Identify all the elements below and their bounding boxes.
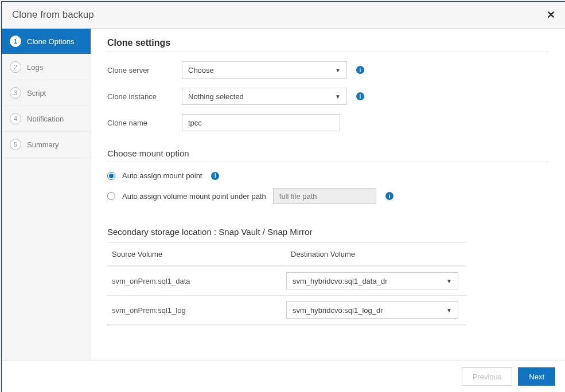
secondary-storage-title: Secondary storage location : Snap Vault … <box>107 227 548 237</box>
step-num: 5 <box>10 139 21 150</box>
step-label: Logs <box>27 63 43 72</box>
step-notification[interactable]: 4 Notification <box>2 106 91 132</box>
col-destination-volume: Destination Volume <box>286 243 466 265</box>
caret-down-icon: ▼ <box>335 93 341 100</box>
clone-server-dropdown[interactable]: Choose ▼ <box>182 61 347 79</box>
col-source-volume: Source Volume <box>107 243 286 265</box>
info-icon[interactable]: i <box>211 172 219 180</box>
radio-mount-under-path-label: Auto assign volume mount point under pat… <box>122 192 266 201</box>
step-logs[interactable]: 2 Logs <box>2 54 91 80</box>
clone-instance-label: Clone instance <box>107 92 182 101</box>
modal-footer: Previous Next <box>2 360 565 392</box>
info-icon[interactable]: i <box>385 192 393 200</box>
info-icon[interactable]: i <box>356 66 364 74</box>
step-label: Notification <box>27 115 64 123</box>
previous-button[interactable]: Previous <box>462 367 513 386</box>
mount-option-title: Choose mount option <box>107 148 548 158</box>
step-num: 4 <box>10 113 21 124</box>
source-volume-cell: svm_onPrem:sql1_log <box>107 306 286 315</box>
clone-name-label: Clone name <box>107 119 182 127</box>
table-header-row: Source Volume Destination Volume <box>107 242 466 266</box>
radio-auto-mount-label: Auto assign mount point <box>122 171 202 180</box>
clone-modal: Clone from backup ✕ 1 Clone Options 2 Lo… <box>1 1 565 392</box>
mount-path-row: Auto assign volume mount point under pat… <box>107 188 548 204</box>
table-row: svm_onPrem:sql1_log svm_hybridcvo:sql1_l… <box>107 295 466 324</box>
step-clone-options[interactable]: 1 Clone Options <box>2 29 91 54</box>
caret-down-icon: ▼ <box>446 307 452 313</box>
caret-down-icon: ▼ <box>446 278 452 284</box>
dropdown-value: Nothing selected <box>188 92 244 101</box>
dropdown-value: Choose <box>188 66 214 75</box>
destination-volume-dropdown[interactable]: svm_hybridcvo:sql1_log_dr ▼ <box>286 301 458 319</box>
mount-auto-row: Auto assign mount point i <box>107 171 548 180</box>
step-num: 1 <box>10 36 21 47</box>
close-icon[interactable]: ✕ <box>547 9 555 21</box>
next-button[interactable]: Next <box>518 367 555 386</box>
clone-instance-row: Clone instance Nothing selected ▼ i <box>107 88 548 105</box>
dropdown-value: svm_hybridcvo:sql1_data_dr <box>293 277 387 285</box>
content-pane: Clone settings Clone server Choose ▼ i C… <box>91 29 565 360</box>
step-num: 2 <box>10 61 21 73</box>
clone-settings-title: Clone settings <box>107 38 548 48</box>
storage-table: Source Volume Destination Volume svm_onP… <box>107 242 466 326</box>
clone-name-input[interactable] <box>182 114 340 131</box>
dropdown-value: svm_hybridcvo:sql1_log_dr <box>293 306 383 315</box>
clone-name-row: Clone name <box>107 114 548 131</box>
radio-mount-under-path[interactable] <box>107 192 115 200</box>
divider <box>107 162 548 162</box>
destination-volume-dropdown[interactable]: svm_hybridcvo:sql1_data_dr ▼ <box>286 272 458 289</box>
step-summary[interactable]: 5 Summary <box>2 132 91 158</box>
modal-body: 1 Clone Options 2 Logs 3 Script 4 Notifi… <box>2 29 565 360</box>
divider <box>107 324 466 326</box>
modal-header: Clone from backup ✕ <box>2 2 565 29</box>
divider <box>107 52 548 52</box>
step-label: Script <box>27 89 46 97</box>
caret-down-icon: ▼ <box>335 67 341 73</box>
clone-instance-dropdown[interactable]: Nothing selected ▼ <box>182 88 347 105</box>
mount-path-input[interactable] <box>273 188 376 204</box>
modal-title: Clone from backup <box>12 9 94 21</box>
info-icon[interactable]: i <box>356 92 364 100</box>
step-num: 3 <box>10 87 21 99</box>
clone-server-row: Clone server Choose ▼ i <box>107 61 548 79</box>
source-volume-cell: svm_onPrem:sql1_data <box>107 277 286 285</box>
step-label: Clone Options <box>27 37 74 46</box>
clone-server-label: Clone server <box>107 66 182 75</box>
radio-auto-mount[interactable] <box>107 172 115 180</box>
table-row: svm_onPrem:sql1_data svm_hybridcvo:sql1_… <box>107 266 466 295</box>
wizard-sidebar: 1 Clone Options 2 Logs 3 Script 4 Notifi… <box>2 29 91 360</box>
step-script[interactable]: 3 Script <box>2 80 91 106</box>
step-label: Summary <box>27 140 59 149</box>
